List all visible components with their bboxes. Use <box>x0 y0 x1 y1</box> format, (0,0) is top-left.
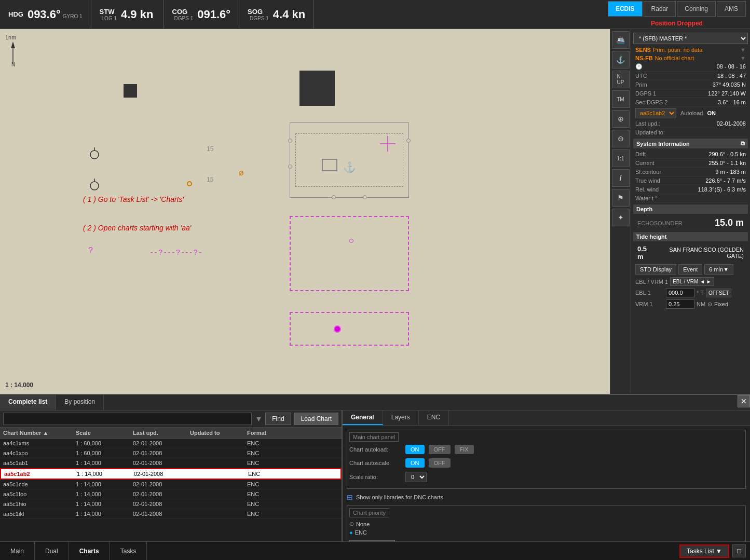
zoom-in-icon[interactable]: ⊕ <box>612 110 630 128</box>
chart-scale: 1 : 14,000 <box>76 511 133 517</box>
north-up-icon[interactable]: NUP <box>612 71 630 88</box>
ebl1-unit: ° T <box>697 290 704 296</box>
panel-tab-by-position[interactable]: By position <box>56 395 104 410</box>
col-header-updto[interactable]: Updated to <box>190 430 247 436</box>
utc-label: UTC <box>635 73 647 79</box>
panel-close-btn[interactable]: ✕ <box>738 395 750 407</box>
chart-area[interactable]: 1nm N ( 1 ) Go to 'Task List' -> 'Charts… <box>0 29 610 394</box>
chart-autoload-label: Chart autoload: <box>349 446 401 453</box>
chart-number: aa5c1foo <box>3 491 76 497</box>
drift-row: Drift 290.6° - 0.5 kn <box>633 150 748 159</box>
status-dual[interactable]: Dual <box>35 542 69 560</box>
chart-scale: 1 : 60,000 <box>76 450 133 456</box>
anchor-icon[interactable]: ⚓ <box>612 51 630 69</box>
search-dropdown-icon[interactable]: ▼ <box>255 415 262 423</box>
priority-enc-radio[interactable]: ● <box>349 529 353 536</box>
ebl-vrm1-btn[interactable]: EBL / VRM ◄ ► <box>670 277 714 286</box>
table-row[interactable]: aa5c1hio 1 : 14,000 02-01-2008 ENC <box>0 499 342 509</box>
panel-tab-complete-list[interactable]: Complete list <box>0 395 56 410</box>
ebl1-input[interactable] <box>666 288 694 297</box>
flag-icon[interactable]: ⚑ <box>612 189 630 207</box>
table-row[interactable]: aa5c1ikl 1 : 14,000 02-01-2008 ENC <box>0 509 342 519</box>
compass-icon[interactable]: ✦ <box>612 209 630 226</box>
tab-ecdis[interactable]: ECDIS <box>608 1 643 17</box>
hdg-group: HDG 093.6° GYRO 1 <box>0 0 91 29</box>
table-row[interactable]: aa5c1cde 1 : 14,000 02-01-2008 ENC <box>0 480 342 489</box>
panel-icon-btn[interactable]: □ <box>732 544 746 557</box>
autoload-fix-btn[interactable]: FIX <box>455 445 474 454</box>
water-t-row: Water t ° <box>633 194 748 203</box>
vrm1-input[interactable] <box>666 299 694 309</box>
search-input[interactable] <box>3 413 252 425</box>
annotation-qmark: ? <box>88 246 93 255</box>
zoom-out-icon[interactable]: ⊖ <box>612 130 630 147</box>
event-btn[interactable]: Event <box>678 264 702 275</box>
stw-value: 4.9 kn <box>121 8 153 21</box>
sog-value: 4.4 kn <box>273 8 305 21</box>
tab-radar[interactable]: Radar <box>644 1 676 17</box>
chart-format: ENC <box>248 471 295 477</box>
tide-height-label: Tide height <box>636 234 666 240</box>
status-main[interactable]: Main <box>0 542 35 560</box>
tide-section: Tide height <box>633 232 748 241</box>
dnc-checkbox-icon[interactable]: ⊟ <box>347 493 353 501</box>
position-dropped: Position Dropped <box>608 19 746 28</box>
chart-scale: 1 : 14,000 <box>76 460 133 466</box>
col-header-number[interactable]: Chart Number ▲ <box>3 430 76 436</box>
scale-ratio-select[interactable]: 0 <box>405 472 427 482</box>
tab-conning[interactable]: Conning <box>677 1 716 17</box>
find-button[interactable]: Find <box>265 413 291 425</box>
sf-value: 9 m - 183 m <box>715 169 746 175</box>
chart-format: ENC <box>247 501 294 507</box>
chart-updto <box>190 440 247 446</box>
chart-lastupd: 02-01-2008 <box>133 460 190 466</box>
settings-tab-layers[interactable]: Layers <box>383 411 419 425</box>
table-row[interactable]: aa4c1xms 1 : 60,000 02-01-2008 ENC <box>0 439 342 448</box>
svg-point-5 <box>90 151 99 159</box>
master-dropdown[interactable]: * (SFB) MASTER * <box>633 33 748 44</box>
table-row[interactable]: aa4c1xoo 1 : 60,000 02-01-2008 ENC <box>0 448 342 458</box>
autoload-off-btn[interactable]: OFF <box>429 445 451 454</box>
autoscale-off-btn[interactable]: OFF <box>429 458 451 468</box>
chart-table: Chart Number ▲ Scale Last upd. Updated t… <box>0 428 342 541</box>
last-upd-value: 02-01-2008 <box>717 120 746 127</box>
settings-tab-enc[interactable]: ENC <box>419 411 449 425</box>
chart-autoscale-label: Chart autoscale: <box>349 460 401 466</box>
priority-none-radio[interactable]: ⊙ <box>349 521 354 527</box>
chart-format: ENC <box>247 481 294 487</box>
offset-btn[interactable]: OFFSET <box>706 289 731 297</box>
status-tasks[interactable]: Tasks <box>110 542 147 560</box>
table-row[interactable]: aa5c1ab1 1 : 14,000 02-01-2008 ENC <box>0 458 342 468</box>
chart-number: aa4c1xms <box>3 440 76 446</box>
depth-label: Depth <box>636 206 652 212</box>
table-row[interactable]: aa5c1ab2 1 : 14,000 02-01-2008 ENC <box>0 468 342 480</box>
ship-icon[interactable]: 🚢 <box>612 31 630 49</box>
system-info-icon[interactable]: ⧉ <box>741 140 745 147</box>
col-header-scale[interactable]: Scale <box>76 430 133 436</box>
chart-lastupd: 02-01-2008 <box>133 481 190 487</box>
ebl-vrm1-row: EBL / VRM 1 EBL / VRM ◄ ► <box>633 276 748 287</box>
tm-icon[interactable]: TM <box>612 90 630 108</box>
bottom-panel-tabs: Complete list By position ✕ <box>0 395 750 411</box>
chart-scale: 1 : 14,000 <box>77 471 134 477</box>
autoload-on-btn[interactable]: ON <box>405 445 425 454</box>
chart-scale: 1 : 14,000 <box>76 481 133 487</box>
icon-bar: 🚢 ⚓ NUP TM ⊕ ⊖ 1:1 i ⚑ ✦ <box>610 29 631 394</box>
chart-id-select[interactable]: aa5c1ab2 <box>635 108 676 118</box>
event-min-btn[interactable]: 6 min▼ <box>704 264 733 275</box>
table-row[interactable]: aa5c1foo 1 : 14,000 02-01-2008 ENC <box>0 489 342 499</box>
col-header-format[interactable]: Format <box>247 430 294 436</box>
std-display-btn[interactable]: STD Display <box>635 264 676 275</box>
water-t-label: Water t ° <box>635 195 658 201</box>
settings-tab-general[interactable]: General <box>343 411 383 425</box>
scale-1-1-icon[interactable]: 1:1 <box>612 149 630 167</box>
status-charts[interactable]: Charts <box>69 542 110 560</box>
tasks-list-btn[interactable]: Tasks List ▼ <box>679 544 729 558</box>
tab-ams[interactable]: AMS <box>717 1 746 17</box>
info-icon[interactable]: i <box>612 169 630 187</box>
autoscale-on-btn[interactable]: ON <box>405 458 425 468</box>
ns-label: NS-FB <box>635 55 653 61</box>
col-header-lastupd[interactable]: Last upd. <box>133 430 190 436</box>
load-chart-button[interactable]: Load Chart <box>294 413 338 425</box>
rel-wind-row: Rel. wind 118.3°(S) - 6.3 m/s <box>633 185 748 194</box>
